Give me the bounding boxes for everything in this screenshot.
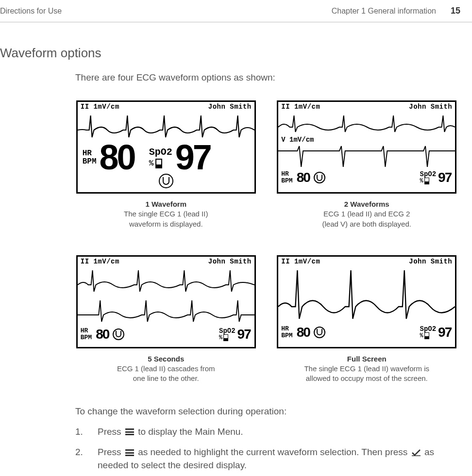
step-1: 1. Press to display the Main Menu. bbox=[75, 426, 457, 439]
signal-bar-icon bbox=[424, 332, 429, 339]
pacer-icon bbox=[314, 327, 325, 338]
bpm-label: BPM bbox=[83, 158, 97, 166]
caption-3: 5 Seconds ECG 1 (lead II) cascades from … bbox=[117, 354, 215, 384]
step-2: 2. Press as needed to highlight the curr… bbox=[75, 446, 457, 472]
lead-label: II 1mV/cm bbox=[81, 103, 119, 111]
hr-value: 80 bbox=[297, 325, 310, 340]
screen-5-seconds: II 1mV/cm John Smith HRBPM 80 bbox=[76, 255, 256, 348]
ecg-waveform-row1 bbox=[78, 265, 254, 295]
lead-v-label: V 1mV/cm bbox=[278, 136, 455, 144]
patient-name: John Smith bbox=[409, 103, 452, 111]
panel-2-waveforms: II 1mV/cm John Smith V 1mV/cm HRBPM bbox=[276, 100, 458, 229]
doc-title: Directions for Use bbox=[0, 7, 62, 16]
ecg-waveform-row2 bbox=[78, 295, 254, 326]
chapter-title: Chapter 1 General information bbox=[332, 7, 436, 16]
ecg-waveform bbox=[78, 111, 254, 141]
ecg-waveform-2 bbox=[278, 144, 455, 169]
hr-value: 80 bbox=[96, 327, 109, 342]
caption-4: Full Screen The single ECG 1 (lead II) w… bbox=[304, 354, 429, 384]
intro-text: There are four ECG waveform options as s… bbox=[75, 72, 457, 83]
pacer-icon bbox=[314, 172, 325, 183]
hr-value: 80 bbox=[100, 144, 135, 172]
check-icon bbox=[412, 449, 421, 456]
panel-full-screen: II 1mV/cm John Smith HRBPM 80 bbox=[276, 255, 458, 384]
spo2-value: 97 bbox=[237, 327, 251, 342]
waveform-grid: II 1mV/cm John Smith HR BPM 80 bbox=[75, 100, 457, 384]
lead-label: II 1mV/cm bbox=[281, 258, 320, 265]
steps-list: 1. Press to display the Main Menu. 2. Pr… bbox=[75, 426, 457, 472]
menu-icon bbox=[125, 449, 134, 456]
spo2-value: 97 bbox=[438, 325, 451, 340]
lead-label: II 1mV/cm bbox=[81, 258, 119, 265]
patient-name: John Smith bbox=[409, 258, 452, 265]
section-heading: Waveform options bbox=[0, 46, 472, 61]
spo2-value: 97 bbox=[438, 170, 451, 185]
signal-bar-icon bbox=[223, 334, 228, 341]
percent-label: % bbox=[149, 159, 154, 168]
spo2-label: SpO2 bbox=[149, 147, 172, 158]
signal-bar-icon bbox=[155, 159, 162, 168]
screen-1-waveform: II 1mV/cm John Smith HR BPM 80 bbox=[76, 100, 256, 194]
patient-name: John Smith bbox=[208, 258, 252, 265]
spo2-value: 97 bbox=[175, 144, 210, 172]
lead-label: II 1mV/cm bbox=[281, 103, 320, 111]
patient-name: John Smith bbox=[208, 103, 252, 111]
panel-1-waveform: II 1mV/cm John Smith HR BPM 80 bbox=[75, 100, 257, 229]
caption-1: 1 Waveform The single ECG 1 (lead II) wa… bbox=[124, 199, 208, 229]
page-header: Directions for Use Chapter 1 General inf… bbox=[0, 0, 472, 22]
caption-2: 2 Waveforms ECG 1 (lead II) and ECG 2 (l… bbox=[322, 199, 411, 229]
panel-5-seconds: II 1mV/cm John Smith HRBPM 80 bbox=[75, 255, 257, 384]
ecg-waveform-1 bbox=[278, 111, 455, 136]
signal-bar-icon bbox=[424, 178, 429, 184]
hr-label: HR bbox=[83, 149, 97, 158]
hr-value: 80 bbox=[297, 170, 310, 185]
menu-icon bbox=[125, 428, 134, 435]
pacer-icon bbox=[113, 328, 124, 340]
page-number: 15 bbox=[451, 6, 460, 16]
pacer-icon bbox=[159, 174, 173, 188]
screen-full-screen: II 1mV/cm John Smith HRBPM 80 bbox=[277, 255, 456, 348]
change-intro: To change the waveform selection during … bbox=[75, 406, 457, 417]
ecg-waveform-full bbox=[278, 265, 455, 324]
screen-2-waveforms: II 1mV/cm John Smith V 1mV/cm HRBPM bbox=[277, 100, 456, 194]
